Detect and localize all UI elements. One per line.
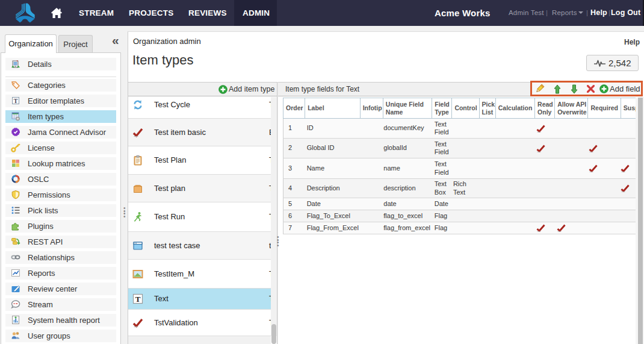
svg-text:T: T <box>14 98 18 104</box>
svg-text:T: T <box>135 295 141 304</box>
